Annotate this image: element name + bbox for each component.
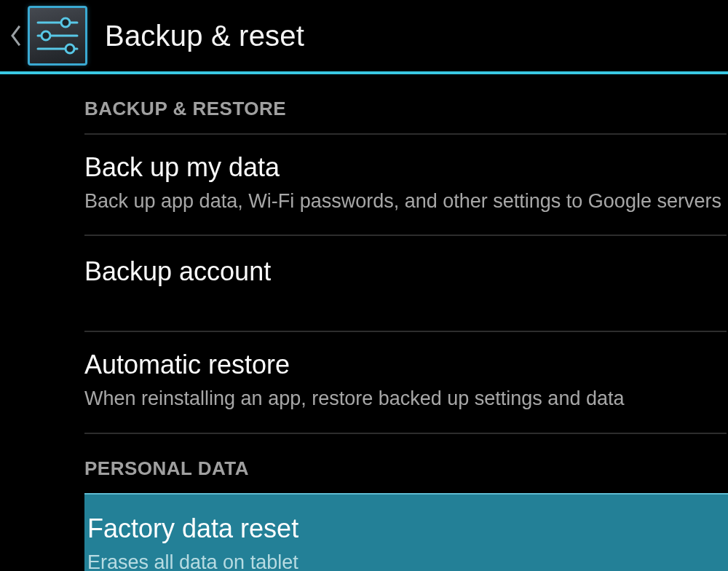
section-header-personal-data: PERSONAL DATA xyxy=(84,434,727,495)
setting-automatic-restore[interactable]: Automatic restore When reinstalling an a… xyxy=(84,332,727,433)
svg-point-4 xyxy=(41,31,50,40)
section-header-backup-restore: BACKUP & RESTORE xyxy=(84,74,727,135)
setting-backup-my-data[interactable]: Back up my data Back up app data, Wi-Fi … xyxy=(84,135,727,236)
setting-summary: When reinstalling an app, restore backed… xyxy=(84,385,727,413)
setting-summary: Erases all data on tablet xyxy=(87,548,728,571)
setting-summary: Back up app data, Wi-Fi passwords, and o… xyxy=(84,187,727,216)
back-button[interactable] xyxy=(7,21,23,50)
setting-title: Back up my data xyxy=(84,151,727,184)
svg-point-3 xyxy=(61,18,70,27)
settings-list: BACKUP & RESTORE Back up my data Back up… xyxy=(0,74,728,571)
svg-point-5 xyxy=(66,44,74,53)
action-bar: Backup & reset xyxy=(0,0,728,74)
page-title: Backup & reset xyxy=(105,20,304,52)
sliders-icon xyxy=(35,16,80,55)
settings-icon[interactable] xyxy=(28,6,87,66)
chevron-left-icon xyxy=(10,25,20,46)
setting-factory-data-reset[interactable]: Factory data reset Erases all data on ta… xyxy=(84,493,728,571)
setting-title: Automatic restore xyxy=(84,348,727,382)
setting-title: Backup account xyxy=(84,255,727,288)
setting-backup-account[interactable]: Backup account xyxy=(84,236,727,332)
setting-title: Factory data reset xyxy=(87,512,728,546)
